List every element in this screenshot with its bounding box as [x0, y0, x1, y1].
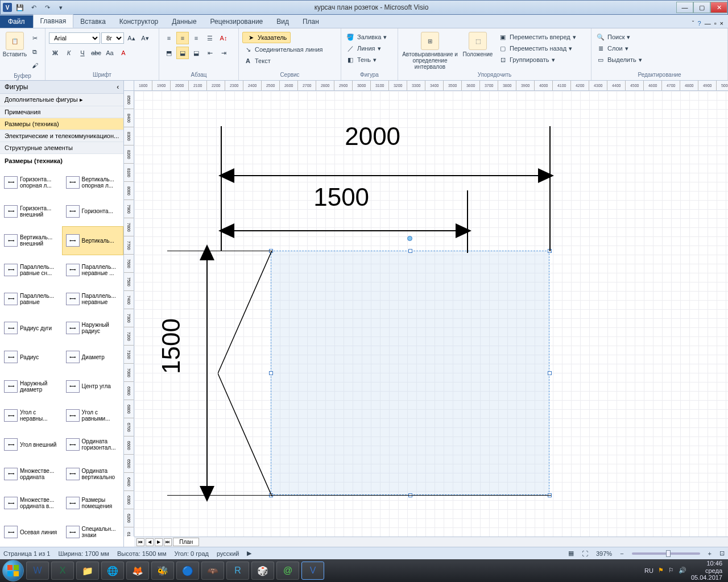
sb-macro-icon[interactable]: ▶ — [247, 550, 251, 557]
vertical-ruler[interactable]: 8500840083008200810080007900780077007600… — [124, 91, 134, 537]
taskbar-app-4[interactable]: 🦇 — [201, 562, 224, 580]
taskbar-app-6[interactable]: 🎲 — [251, 562, 274, 580]
align-bottom-icon[interactable]: ⬓ — [190, 47, 202, 59]
sb-fullscreen-icon[interactable]: ⛶ — [582, 550, 588, 557]
zoom-thumb[interactable] — [666, 550, 671, 557]
font-size-select[interactable]: 8пт — [101, 32, 124, 44]
grow-font-icon[interactable]: A▴ — [125, 32, 138, 44]
line-button[interactable]: ／Линия ▾ — [345, 43, 382, 53]
indent-inc-icon[interactable]: ⇥ — [217, 47, 230, 59]
autoalign-button[interactable]: ⊞ Автовыравнивание и определение интерва… — [402, 32, 458, 70]
stencil-item-16[interactable]: ⟷Угол с неравны... — [0, 401, 62, 430]
file-tab[interactable]: Файл — [0, 15, 33, 28]
minimize-button[interactable]: — — [676, 2, 693, 13]
align-top-icon[interactable]: ⬒ — [163, 47, 175, 59]
taskbar-app-visio[interactable]: V — [301, 562, 324, 580]
mdi-restore-icon[interactable]: ▫ — [714, 20, 717, 27]
handle-mr[interactable] — [548, 371, 552, 375]
tray-lang[interactable]: RU — [644, 567, 653, 574]
strike-button[interactable]: abc — [90, 47, 102, 59]
stencil-item-7[interactable]: ⟷Параллель... неравные ... — [62, 255, 124, 284]
indent-dec-icon[interactable]: ⇤ — [204, 47, 216, 59]
stencil-item-17[interactable]: ⟷Угол с равными... — [62, 401, 124, 430]
tab-insert[interactable]: Вставка — [73, 15, 113, 28]
tray-flag-icon[interactable]: ⚐ — [668, 567, 674, 574]
stencil-item-8[interactable]: ⟷Параллель... равные — [0, 284, 62, 313]
sb-zoom-value[interactable]: 397% — [596, 550, 612, 557]
taskbar-app-excel[interactable]: X — [51, 562, 74, 580]
fill-button[interactable]: 🪣Заливка ▾ — [345, 32, 388, 42]
tray-av-icon[interactable]: ⚑ — [658, 567, 664, 574]
category-electrical[interactable]: Электрические и телекоммуникацион... — [0, 130, 123, 142]
tab-home[interactable]: Главная — [33, 14, 74, 28]
stencil-item-21[interactable]: ⟷Ордината вертикально — [62, 459, 124, 488]
maximize-button[interactable]: ▢ — [693, 2, 710, 13]
align-center-icon[interactable]: ≡ — [176, 32, 189, 44]
stencil-item-11[interactable]: ⟷Наружный радиус — [62, 314, 124, 343]
stencil-item-1[interactable]: ⟷Вертикаль... опорная л... — [62, 168, 124, 197]
qat-undo-icon[interactable]: ↶ — [28, 2, 39, 13]
stencil-item-25[interactable]: ⟷Специальн... знаки — [62, 518, 124, 547]
stencil-item-19[interactable]: ⟷Ордината горизонтал... — [62, 430, 124, 459]
taskbar-app-explorer[interactable]: 📁 — [76, 562, 99, 580]
layers-button[interactable]: ≣Слои ▾ — [595, 43, 630, 53]
shapes-collapse-icon[interactable]: ‹ — [117, 83, 119, 91]
group-button[interactable]: ⊡Группировать ▾ — [497, 55, 577, 65]
stencil-item-14[interactable]: ⟷Наружный диаметр — [0, 372, 62, 401]
help-icon[interactable]: ? — [698, 20, 701, 27]
sb-view-icon[interactable]: ▦ — [568, 550, 574, 557]
stencil-item-10[interactable]: ⟷Радиус дуги — [0, 314, 62, 343]
stencil-item-12[interactable]: ⟷Радиус — [0, 343, 62, 372]
zoom-in-button[interactable]: + — [708, 550, 712, 557]
stencil-item-15[interactable]: ⟷Центр угла — [62, 372, 124, 401]
taskbar-app-2[interactable]: 🦊 — [126, 562, 149, 580]
qat-customize-icon[interactable]: ▾ — [55, 2, 67, 13]
bring-front-button[interactable]: ▣Переместить вперед ▾ — [497, 32, 577, 42]
find-button[interactable]: 🔍Поиск ▾ — [595, 32, 631, 42]
taskbar-app-chrome[interactable]: 🔵 — [176, 562, 199, 580]
pointer-tool-button[interactable]: ➤Указатель — [242, 32, 291, 43]
send-back-button[interactable]: ▢Переместить назад ▾ — [497, 43, 577, 53]
tray-clock[interactable]: 10:46 среда 05.04.2017 — [691, 560, 722, 581]
connector-tool-button[interactable]: ↘Соединительная линия — [242, 44, 324, 55]
font-family-select[interactable]: Arial — [49, 32, 100, 44]
stencil-item-20[interactable]: ⟷Множестве... ордината — [0, 459, 62, 488]
zoom-slider[interactable] — [632, 552, 700, 555]
category-dimensions[interactable]: Размеры (техника) — [0, 118, 123, 130]
category-structural[interactable]: Структурные элементы — [0, 142, 123, 154]
drawing-canvas[interactable]: 2000 1500 1500 — [134, 91, 728, 537]
taskbar-app-1[interactable]: 🌐 — [101, 562, 124, 580]
tab-design[interactable]: Конструктор — [113, 15, 165, 28]
page-first-icon[interactable]: ⏮ — [136, 538, 144, 546]
more-shapes-category[interactable]: Дополнительные фигуры ▸ — [0, 94, 123, 106]
underline-button[interactable]: Ч — [76, 47, 89, 59]
taskbar-app-3[interactable]: 🐝 — [151, 562, 174, 580]
stencil-item-4[interactable]: ⟷Вертикаль... внешний — [0, 226, 62, 255]
selected-shape[interactable] — [271, 251, 549, 495]
font-color-icon[interactable]: A — [117, 47, 130, 59]
text-direction-icon[interactable]: A↕ — [217, 32, 230, 44]
paste-button[interactable]: 📋 Вставить — [3, 32, 26, 57]
qat-redo-icon[interactable]: ↷ — [42, 2, 53, 13]
chevron-shape[interactable] — [218, 251, 275, 496]
stencil-item-2[interactable]: ⟷Горизонта... внешний — [0, 197, 62, 226]
page-prev-icon[interactable]: ◀ — [146, 538, 154, 546]
stencil-item-13[interactable]: ⟷Диаметр — [62, 343, 124, 372]
category-notes[interactable]: Примечания — [0, 106, 123, 118]
copy-icon[interactable]: ⧉ — [28, 45, 41, 58]
mdi-close-icon[interactable]: × — [720, 20, 723, 27]
zoom-fit-icon[interactable]: ⊡ — [719, 550, 725, 557]
qat-save-icon[interactable]: 💾 — [14, 2, 26, 13]
format-painter-icon[interactable]: 🖌 — [28, 59, 41, 72]
stencil-item-9[interactable]: ⟷Параллель... неравные — [62, 284, 124, 313]
stencil-item-24[interactable]: ⟷Осевая линия — [0, 518, 62, 547]
align-left-icon[interactable]: ≡ — [163, 32, 175, 44]
position-button[interactable]: ⬚ Положение — [461, 32, 495, 57]
tab-review[interactable]: Рецензирование — [204, 15, 270, 28]
stencil-item-6[interactable]: ⟷Параллель... равные сн... — [0, 255, 62, 284]
horizontal-ruler[interactable]: 1800190020002100220023002400250026002700… — [134, 81, 728, 91]
bullets-icon[interactable]: ☰ — [204, 32, 216, 44]
stencil-item-18[interactable]: ⟷Угол внешний — [0, 430, 62, 459]
italic-button[interactable]: К — [63, 47, 75, 59]
page-last-icon[interactable]: ⏭ — [164, 538, 172, 546]
